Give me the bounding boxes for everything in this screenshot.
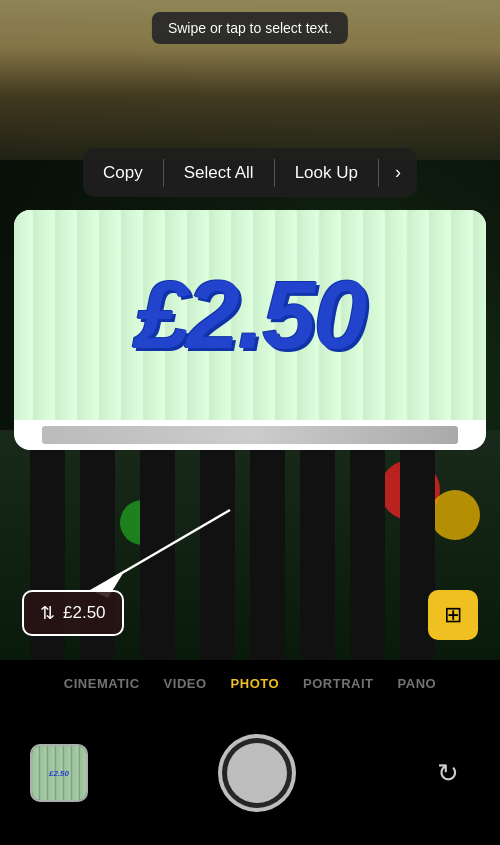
price-tag-yellow: [430, 490, 480, 540]
live-text-button[interactable]: ⊞: [428, 590, 478, 640]
select-all-button[interactable]: Select All: [164, 149, 274, 197]
mode-portrait[interactable]: PORTRAIT: [303, 676, 373, 691]
live-text-icon: ⊞: [444, 602, 462, 628]
swap-icon: ⇅: [40, 602, 55, 624]
detected-price-badge[interactable]: ⇅ £2.50: [22, 590, 124, 636]
thumbnail-preview: £2.50: [32, 746, 86, 800]
mode-pano[interactable]: PANO: [398, 676, 437, 691]
svg-line-0: [110, 510, 230, 580]
mode-photo[interactable]: PHOTO: [231, 676, 280, 691]
photo-thumbnail[interactable]: £2.50: [30, 744, 88, 802]
tooltip-text: Swipe or tap to select text.: [168, 20, 332, 36]
hanging-item: [350, 430, 385, 660]
shutter-inner: [227, 743, 287, 803]
mode-video[interactable]: VIDEO: [164, 676, 207, 691]
look-up-button[interactable]: Look Up: [275, 149, 378, 197]
price-card: £2.50: [14, 210, 486, 450]
ocr-tooltip: Swipe or tap to select text.: [152, 12, 348, 44]
camera-controls: £2.50 ↻: [0, 701, 500, 845]
detected-price-text: £2.50: [63, 603, 106, 623]
mode-cinematic[interactable]: CINEMATIC: [64, 676, 140, 691]
more-button[interactable]: ›: [379, 148, 417, 197]
shutter-button[interactable]: [218, 734, 296, 812]
mode-selector: CINEMATIC VIDEO PHOTO PORTRAIT PANO: [0, 660, 500, 701]
hanging-item: [250, 430, 285, 660]
context-menu: Copy Select All Look Up ›: [83, 148, 417, 197]
flip-camera-button[interactable]: ↻: [426, 751, 470, 795]
copy-button[interactable]: Copy: [83, 149, 163, 197]
price-card-bar: [42, 426, 457, 444]
flip-icon: ↻: [437, 758, 459, 789]
bottom-bar: CINEMATIC VIDEO PHOTO PORTRAIT PANO £2.5…: [0, 660, 500, 845]
price-image: £2.50: [14, 210, 486, 420]
hanging-item: [300, 430, 335, 660]
price-large-text: £2.50: [135, 267, 365, 363]
